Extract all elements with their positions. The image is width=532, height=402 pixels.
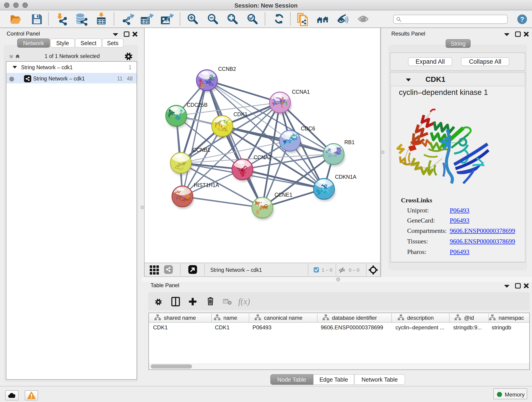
svg-text:CDK1: CDK1 — [234, 111, 247, 117]
svg-text:?: ? — [520, 16, 524, 23]
svg-text:CDC6: CDC6 — [301, 126, 315, 132]
svg-text:HIST1H1A: HIST1H1A — [194, 182, 219, 188]
svg-text:CCNA2: CCNA2 — [254, 154, 272, 160]
svg-text:RB1: RB1 — [344, 139, 355, 145]
svg-text:CDC25B: CDC25B — [187, 102, 208, 108]
svg-text:CCNB2: CCNB2 — [218, 66, 236, 72]
svg-text:CDKN1A: CDKN1A — [335, 174, 356, 180]
svg-text:CCNA1: CCNA1 — [292, 89, 310, 95]
svg-text:CCNE1: CCNE1 — [274, 192, 292, 198]
svg-text:CCNB1: CCNB1 — [192, 147, 210, 153]
